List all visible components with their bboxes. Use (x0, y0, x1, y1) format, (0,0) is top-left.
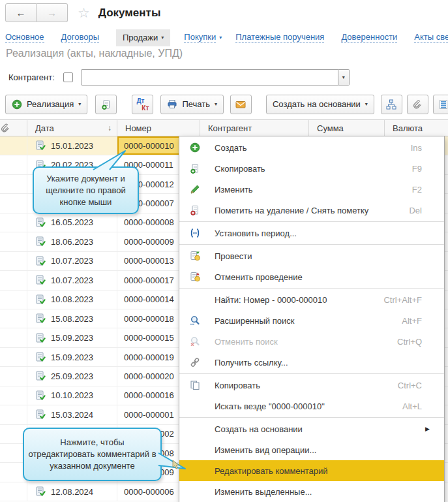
menu-separator (179, 244, 444, 245)
contragent-input[interactable] (81, 69, 338, 86)
forward-button[interactable]: → (37, 3, 68, 22)
context-menu-item[interactable]: Изменить F2 (179, 179, 444, 200)
tooltip-select-document: Укажите документ и щелкните по правой кн… (33, 166, 139, 214)
document-structure-button[interactable] (381, 95, 402, 114)
column-header[interactable]: Дата ↓ (27, 120, 117, 136)
date-cell: 15.08.2023 (27, 309, 117, 328)
context-menu-item[interactable]: Искать везде "0000-000010" Alt+L (179, 396, 444, 416)
doc-check-icon (35, 217, 46, 228)
column-header[interactable]: Валюта (385, 120, 448, 136)
number-value: 0000-000017 (124, 275, 174, 285)
pencil-icon (190, 184, 200, 195)
context-menu-item[interactable]: Редактировать комментарий (179, 460, 444, 481)
context-menu-item[interactable]: Провести (179, 245, 444, 266)
menu-item-shortcut: Alt+F (402, 316, 422, 326)
column-label: Валюта (393, 123, 423, 133)
doc-check-icon (35, 333, 46, 343)
create-based-on-button[interactable]: Создать на основании ▾ (266, 95, 374, 114)
contragent-filter-label: Контрагент: (8, 72, 55, 82)
date-cell: 15.03.2024 (27, 405, 117, 424)
register-list-button[interactable] (433, 95, 448, 114)
attachment-cell (0, 328, 27, 347)
date-value: 12.08.2024 (51, 487, 93, 497)
chevron-down-icon: ▾ (365, 101, 368, 107)
doc-check-icon (35, 371, 46, 381)
date-cell: 15.09.2023 (27, 348, 117, 366)
tab-label: Покупки (184, 32, 216, 43)
menu-item-label: Отменить проведение (215, 272, 414, 282)
email-button[interactable] (230, 95, 252, 114)
tab[interactable]: Акты свер (414, 29, 448, 46)
menu-item-shortcut: F2 (412, 185, 422, 195)
attachment-cell (0, 194, 27, 212)
number-value: 0000-000013 (124, 256, 174, 266)
context-menu-item[interactable]: Найти: Номер - 0000-000010 Ctrl+Alt+F (179, 289, 444, 310)
date-value: 15.03.2024 (51, 410, 93, 420)
date-value: 25.09.2023 (51, 371, 93, 381)
date-value: 15.01.2023 (51, 141, 93, 151)
attachment-cell (0, 271, 27, 289)
kt-label: Кт (142, 104, 149, 112)
tab[interactable]: Договоры (61, 29, 102, 46)
context-menu-item[interactable]: Отменить поиск Ctrl+Q (179, 331, 444, 352)
context-menu-item[interactable]: Изменить выделенные... (179, 481, 444, 502)
column-header[interactable]: Сумма (309, 120, 385, 136)
dt-kt-button[interactable]: Дт Кт (132, 95, 153, 114)
menu-item-label: Копировать (215, 381, 390, 390)
context-menu-item[interactable]: Создать Ins (179, 137, 444, 158)
forward-icon: → (47, 7, 57, 18)
tab[interactable]: Покупки ▾ (184, 29, 222, 46)
context-menu-item[interactable]: Отменить проведение (179, 266, 444, 287)
context-menu-item[interactable]: Скопировать F9 (179, 158, 444, 179)
context-menu-item[interactable]: Получить ссылку... (179, 352, 444, 373)
search-adv-icon (190, 315, 200, 326)
menu-separator (179, 288, 444, 289)
tab[interactable]: Основное (5, 29, 48, 46)
date-cell: 25.09.2023 (27, 367, 117, 385)
context-menu-item[interactable]: Копировать Ctrl+C (179, 375, 444, 396)
context-menu-item[interactable]: Установить период... (179, 223, 444, 243)
date-value: 16.05.2023 (51, 217, 93, 227)
menu-item-label: Скопировать (215, 164, 404, 174)
number-value: 0000-000018 (124, 314, 174, 324)
favorite-star-icon[interactable]: ☆ (78, 3, 90, 22)
period-icon (190, 228, 200, 238)
number-value: 0000-000010 (124, 141, 174, 151)
menu-item-shortcut: Ctrl+Alt+F (383, 295, 422, 305)
tab[interactable]: Продажи ▾ (116, 29, 170, 46)
number-value: 0000-000016 (124, 390, 174, 400)
copy-document-button[interactable] (95, 95, 117, 114)
column-header[interactable]: Контрагент (200, 120, 309, 136)
create-realization-button[interactable]: Реализация ▾ (5, 95, 87, 114)
back-button[interactable]: ← (5, 3, 37, 22)
menu-separator (179, 417, 444, 418)
context-menu-item[interactable]: Расширенный поиск Alt+F (179, 310, 444, 331)
context-menu-item[interactable]: Изменить вид операции... (179, 439, 444, 460)
contragent-dropdown-button[interactable]: ▾ (338, 69, 350, 86)
contragent-filter-checkbox[interactable] (63, 72, 73, 82)
number-value: 0000-000020 (124, 371, 174, 381)
chevron-down-icon: ▾ (78, 101, 81, 107)
mark-delete-icon (190, 205, 200, 215)
list-toolbar: Реализация ▾ Дт Кт Печать ▾ Создать на о… (5, 94, 448, 114)
number-value: 0000-000015 (124, 333, 174, 343)
date-cell: 10.07.2023 (27, 271, 117, 289)
column-header[interactable]: Номер (117, 120, 200, 136)
tab[interactable]: Платежные поручения (235, 29, 327, 46)
print-button[interactable]: Печать ▾ (160, 95, 224, 114)
tab-label: Акты свер (414, 32, 448, 43)
attachments-button[interactable] (407, 95, 428, 114)
plus-circle-icon (12, 99, 22, 110)
column-header[interactable] (0, 120, 27, 136)
doc-check-icon (35, 236, 46, 247)
menu-separator (179, 221, 444, 222)
column-label: Контрагент (208, 123, 252, 133)
date-cell: 15.09.2023 (27, 328, 117, 347)
doc-check-icon (35, 275, 46, 285)
menu-item-label: Создать (215, 143, 403, 153)
submenu-arrow-icon: ▶ (425, 426, 430, 432)
context-menu-item[interactable]: Создать на основании ▶ (179, 418, 444, 439)
context-menu-item[interactable]: Пометить на удаление / Снять пометку Del (179, 200, 444, 221)
tab[interactable]: Доверенности (341, 29, 400, 46)
tab-label: Доверенности (341, 32, 397, 43)
